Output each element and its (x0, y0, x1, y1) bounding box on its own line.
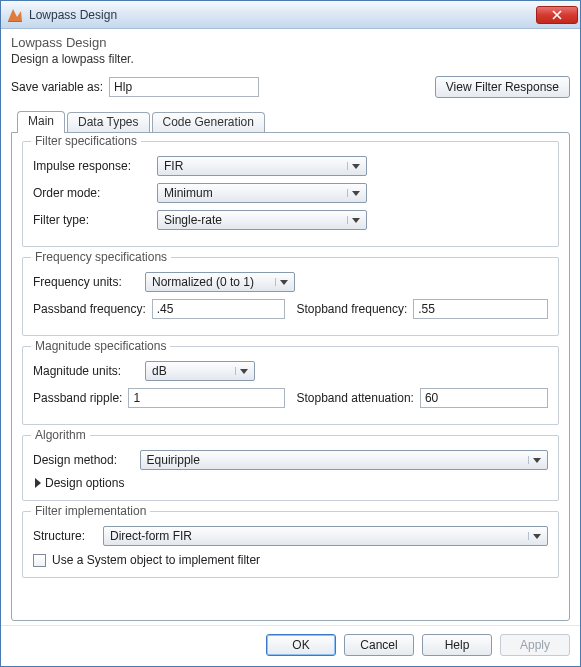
design-options-disclosure[interactable]: Design options (35, 476, 548, 490)
close-button[interactable] (536, 6, 578, 24)
group-legend: Filter specifications (31, 134, 141, 148)
group-magnitude-specifications: Magnitude specifications Magnitude units… (22, 346, 559, 425)
order-mode-value: Minimum (164, 186, 213, 200)
magnitude-units-combo[interactable]: dB (145, 361, 255, 381)
save-variable-input[interactable] (109, 77, 259, 97)
svg-marker-4 (352, 218, 360, 223)
stopband-attenuation-input[interactable] (420, 388, 548, 408)
tab-data-types[interactable]: Data Types (67, 112, 149, 132)
structure-combo[interactable]: Direct-form FIR (103, 526, 548, 546)
order-mode-label: Order mode: (33, 186, 151, 200)
window-title: Lowpass Design (29, 8, 536, 22)
chevron-down-icon (347, 189, 364, 197)
order-mode-combo[interactable]: Minimum (157, 183, 367, 203)
cancel-button[interactable]: Cancel (344, 634, 414, 656)
svg-marker-5 (280, 280, 288, 285)
magnitude-units-value: dB (152, 364, 167, 378)
app-icon (7, 7, 23, 23)
tab-panel-main: Filter specifications Impulse response: … (11, 132, 570, 621)
magnitude-units-label: Magnitude units: (33, 364, 139, 378)
passband-frequency-input[interactable] (152, 299, 285, 319)
chevron-down-icon (528, 456, 545, 464)
stopband-frequency-label: Stopband frequency: (297, 302, 408, 316)
dialog-buttons: OK Cancel Help Apply (1, 625, 580, 666)
group-filter-implementation: Filter implementation Structure: Direct-… (22, 511, 559, 578)
page-description: Design a lowpass filter. (11, 52, 570, 66)
design-method-label: Design method: (33, 453, 134, 467)
chevron-down-icon (275, 278, 292, 286)
chevron-down-icon (347, 216, 364, 224)
svg-marker-6 (240, 369, 248, 374)
tab-main[interactable]: Main (17, 111, 65, 133)
group-frequency-specifications: Frequency specifications Frequency units… (22, 257, 559, 336)
page-title: Lowpass Design (11, 35, 570, 50)
group-filter-specifications: Filter specifications Impulse response: … (22, 141, 559, 247)
save-variable-label: Save variable as: (11, 80, 103, 94)
svg-rect-1 (8, 21, 22, 22)
design-options-label: Design options (45, 476, 124, 490)
svg-marker-2 (352, 164, 360, 169)
chevron-down-icon (235, 367, 252, 375)
chevron-down-icon (528, 532, 545, 540)
filter-type-value: Single-rate (164, 213, 222, 227)
structure-value: Direct-form FIR (110, 529, 192, 543)
passband-frequency-label: Passband frequency: (33, 302, 146, 316)
view-filter-response-button[interactable]: View Filter Response (435, 76, 570, 98)
help-button[interactable]: Help (422, 634, 492, 656)
chevron-down-icon (347, 162, 364, 170)
system-object-label: Use a System object to implement filter (52, 553, 260, 567)
frequency-units-combo[interactable]: Normalized (0 to 1) (145, 272, 295, 292)
group-legend: Filter implementation (31, 504, 150, 518)
group-algorithm: Algorithm Design method: Equiripple Desi… (22, 435, 559, 501)
filter-type-label: Filter type: (33, 213, 151, 227)
impulse-response-combo[interactable]: FIR (157, 156, 367, 176)
filter-type-combo[interactable]: Single-rate (157, 210, 367, 230)
group-legend: Frequency specifications (31, 250, 171, 264)
tab-code-generation[interactable]: Code Generation (152, 112, 265, 132)
apply-button: Apply (500, 634, 570, 656)
system-object-checkbox[interactable] (33, 554, 46, 567)
impulse-response-value: FIR (164, 159, 183, 173)
passband-ripple-label: Passband ripple: (33, 391, 122, 405)
group-legend: Algorithm (31, 428, 90, 442)
group-legend: Magnitude specifications (31, 339, 170, 353)
svg-marker-0 (8, 9, 22, 21)
stopband-frequency-input[interactable] (413, 299, 548, 319)
frequency-units-value: Normalized (0 to 1) (152, 275, 254, 289)
design-method-combo[interactable]: Equiripple (140, 450, 548, 470)
impulse-response-label: Impulse response: (33, 159, 151, 173)
titlebar: Lowpass Design (1, 1, 580, 29)
body: Lowpass Design Design a lowpass filter. … (1, 29, 580, 625)
ok-button[interactable]: OK (266, 634, 336, 656)
save-variable-row: Save variable as: View Filter Response (11, 76, 570, 98)
design-method-value: Equiripple (147, 453, 200, 467)
tabs: Main Data Types Code Generation Filter s… (11, 110, 570, 621)
passband-ripple-input[interactable] (128, 388, 284, 408)
window-frame: Lowpass Design Lowpass Design Design a l… (0, 0, 581, 667)
stopband-attenuation-label: Stopband attenuation: (297, 391, 414, 405)
structure-label: Structure: (33, 529, 97, 543)
frequency-units-label: Frequency units: (33, 275, 139, 289)
svg-marker-3 (352, 191, 360, 196)
svg-marker-7 (533, 458, 541, 463)
svg-marker-8 (533, 534, 541, 539)
triangle-right-icon (35, 478, 41, 488)
